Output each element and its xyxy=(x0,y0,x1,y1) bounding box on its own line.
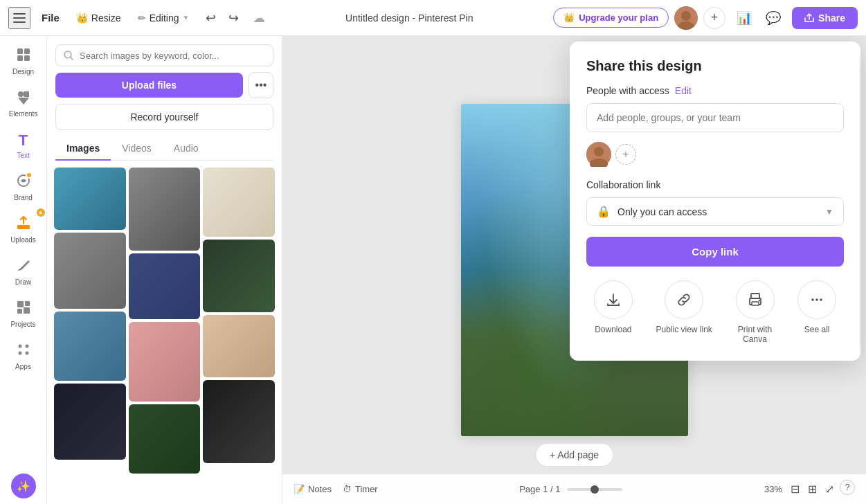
comments-button[interactable]: 💬 xyxy=(760,8,786,28)
sidebar-label-projects: Projects xyxy=(10,321,35,328)
svg-point-66 xyxy=(527,184,533,190)
svg-rect-68 xyxy=(461,360,688,436)
public-view-link-action[interactable]: Public view link xyxy=(656,280,712,344)
image-thumb[interactable] xyxy=(129,322,201,402)
add-user-button[interactable]: + xyxy=(615,144,636,165)
image-thumb[interactable] xyxy=(203,240,275,312)
image-thumb[interactable] xyxy=(203,168,275,237)
svg-point-4 xyxy=(681,11,691,21)
share-button[interactable]: Share xyxy=(792,7,858,29)
help-button[interactable]: ? xyxy=(840,480,855,495)
upload-row: Upload files ••• xyxy=(55,72,273,98)
grid-view-button[interactable]: ⊟ xyxy=(788,480,802,498)
image-thumb[interactable] xyxy=(129,253,201,319)
image-thumb[interactable] xyxy=(203,315,275,377)
editing-button[interactable]: ✏ Editing ▼ xyxy=(132,10,195,26)
brand-badge-dot xyxy=(26,172,33,179)
sidebar-item-brand[interactable]: Brand xyxy=(3,168,44,207)
redo-button[interactable]: ↪ xyxy=(223,8,244,28)
add-page-button[interactable]: + Add page xyxy=(535,443,613,467)
svg-point-75 xyxy=(491,273,500,281)
page-slider[interactable] xyxy=(567,488,622,491)
user-avatar[interactable] xyxy=(674,6,698,30)
svg-point-55 xyxy=(550,240,558,248)
pencil-icon: ✏ xyxy=(138,12,146,24)
add-people-input[interactable] xyxy=(586,103,844,132)
sidebar-label-apps: Apps xyxy=(15,363,31,370)
resize-button[interactable]: 👑 Resize xyxy=(71,10,127,26)
image-thumb[interactable] xyxy=(54,168,126,230)
nav-right-icons: 📊 💬 xyxy=(731,8,786,28)
notes-button[interactable]: 📝 Notes xyxy=(294,484,332,494)
image-thumb[interactable] xyxy=(129,404,201,474)
sidebar-item-projects[interactable]: Projects xyxy=(3,294,44,334)
analytics-button[interactable]: 📊 xyxy=(731,8,757,28)
search-bar[interactable] xyxy=(55,44,273,66)
print-canva-label: Print withCanva xyxy=(738,325,772,344)
sidebar-item-text[interactable]: T Text xyxy=(3,126,44,165)
upgrade-button[interactable]: 👑 Upgrade your plan xyxy=(553,8,669,28)
page-info: Page 1 / 1 xyxy=(519,484,560,494)
image-thumb[interactable] xyxy=(54,233,126,309)
image-thumb[interactable] xyxy=(129,168,201,251)
upload-files-button[interactable]: Upload files xyxy=(55,73,243,98)
projects-icon xyxy=(16,300,31,318)
public-view-link-label: Public view link xyxy=(656,325,712,334)
image-thumb[interactable] xyxy=(54,312,126,381)
svg-marker-12 xyxy=(18,98,29,105)
see-all-icon-circle xyxy=(797,280,836,319)
copy-link-button[interactable]: Copy link xyxy=(586,237,844,267)
svg-point-86 xyxy=(811,298,814,301)
tab-videos[interactable]: Videos xyxy=(111,137,163,161)
svg-point-45 xyxy=(533,195,544,206)
edit-access-link[interactable]: Edit xyxy=(675,85,692,96)
image-thumb[interactable] xyxy=(54,384,126,460)
svg-point-21 xyxy=(18,352,21,355)
record-yourself-button[interactable]: Record yourself xyxy=(55,104,273,130)
access-dropdown[interactable]: 🔒 Only you can access ▼ xyxy=(586,197,844,226)
print-canva-action[interactable]: Print withCanva xyxy=(736,280,775,344)
see-all-action[interactable]: See all xyxy=(797,280,836,344)
timer-button[interactable]: ⏱ Timer xyxy=(343,484,378,494)
sidebar-item-design[interactable]: Design xyxy=(3,42,44,81)
svg-point-34 xyxy=(464,256,499,339)
sidebar-item-uploads[interactable]: Uploads xyxy=(3,210,44,249)
topnav: File 👑 Resize ✏ Editing ▼ ↩ ↪ ☁ Untitled… xyxy=(0,0,866,36)
collab-link-label: Collaboration link xyxy=(586,179,844,190)
text-icon: T xyxy=(19,132,28,150)
svg-point-71 xyxy=(598,365,629,390)
sidebar-item-draw[interactable]: Draw xyxy=(3,252,44,291)
tab-audio[interactable]: Audio xyxy=(163,137,210,161)
canvas-area: 🔒 ⧉ +⊞ xyxy=(282,36,866,504)
sidebar-item-elements[interactable]: Elements xyxy=(3,84,44,123)
file-menu-button[interactable]: File xyxy=(36,9,65,26)
sidebar-label-text: Text xyxy=(17,152,29,159)
svg-rect-1 xyxy=(13,17,26,19)
svg-rect-84 xyxy=(752,302,759,305)
undo-redo-group: ↩ ↪ xyxy=(200,8,244,28)
add-collaborator-button[interactable]: + xyxy=(703,7,725,29)
more-options-button[interactable]: ••• xyxy=(249,72,273,98)
sidebar-label-draw: Draw xyxy=(15,278,31,286)
svg-point-53 xyxy=(562,278,570,287)
save-cloud-icon: ☁ xyxy=(253,10,265,26)
multi-view-button[interactable]: ⊞ xyxy=(805,480,820,498)
timer-icon: ⏱ xyxy=(343,484,352,494)
magic-button[interactable]: ✨ xyxy=(11,474,36,498)
menu-button[interactable] xyxy=(8,7,30,29)
svg-point-10 xyxy=(18,91,24,97)
svg-line-25 xyxy=(461,104,575,242)
undo-button[interactable]: ↩ xyxy=(200,8,222,28)
elements-icon xyxy=(16,89,31,108)
tab-images[interactable]: Images xyxy=(55,137,111,161)
search-input[interactable] xyxy=(80,51,266,61)
download-action[interactable]: Download xyxy=(594,280,633,344)
image-thumb[interactable] xyxy=(203,380,275,463)
image-grid xyxy=(47,161,282,505)
svg-point-20 xyxy=(25,345,28,348)
svg-rect-7 xyxy=(24,48,30,54)
sidebar-item-apps[interactable]: Apps xyxy=(3,336,44,376)
main-area: Design Elements T Text Brand Uploads xyxy=(0,36,866,504)
fullscreen-button[interactable]: ⤢ xyxy=(822,480,837,498)
crown-purple-icon: 👑 xyxy=(563,12,575,23)
